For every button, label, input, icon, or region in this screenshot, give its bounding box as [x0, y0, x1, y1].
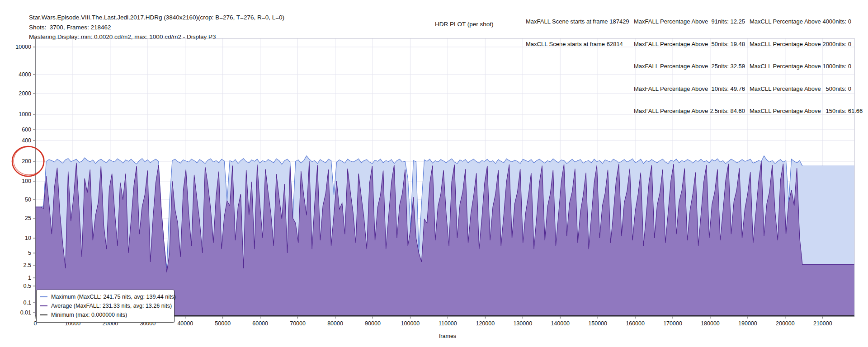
y-tick-label: 0.1 — [24, 300, 31, 306]
x-tick-label: 60000 — [252, 320, 268, 327]
y-tick-label: 10 — [25, 235, 31, 241]
y-tick-label: 50 — [25, 197, 31, 203]
legend-label: Average (MaxFALL: 231.33 nits, avg: 13.2… — [51, 303, 172, 309]
legend-row: Maximum (MaxCLL: 241.75 nits, avg: 139.4… — [40, 292, 170, 301]
x-tick-label: 130000 — [513, 320, 532, 327]
legend-color-dash — [40, 296, 47, 297]
x-tick-label: 70000 — [290, 320, 306, 327]
x-tick-label: 120000 — [476, 320, 495, 327]
legend: Maximum (MaxCLL: 241.75 nits, avg: 139.4… — [36, 290, 175, 323]
x-tick-label: 90000 — [365, 320, 381, 327]
legend-color-dash — [40, 314, 47, 315]
legend-color-dash — [40, 305, 47, 306]
x-tick-label: 210000 — [813, 320, 832, 327]
x-tick-label: 200000 — [776, 320, 795, 327]
y-tick-label: 0.01 — [20, 309, 31, 316]
x-tick-label: 150000 — [588, 320, 607, 327]
legend-label: Minimum (max: 0.000000 nits) — [51, 312, 127, 318]
x-tick-label: 40000 — [177, 320, 193, 327]
y-tick-label: 2.5 — [24, 262, 31, 268]
legend-label: Maximum (MaxCLL: 241.75 nits, avg: 139.4… — [51, 294, 176, 300]
x-tick-label: 180000 — [701, 320, 720, 327]
legend-row: Minimum (max: 0.000000 nits) — [40, 310, 170, 319]
y-axis-label: nits (cd/m²) — [0, 177, 39, 185]
x-tick-label: 190000 — [738, 320, 757, 327]
x-tick-label: 80000 — [327, 320, 343, 327]
y-tick-label: 1000 — [19, 111, 31, 117]
x-tick-label: 160000 — [626, 320, 645, 327]
x-tick-label: 50000 — [215, 320, 231, 327]
x-tick-label: 140000 — [551, 320, 570, 327]
x-axis-label: frames — [420, 333, 475, 339]
x-tick-label: 110000 — [439, 320, 457, 327]
y-tick-label: 200 — [22, 158, 31, 164]
x-tick-label: 100000 — [401, 320, 420, 327]
y-tick-label: 2000 — [19, 90, 31, 97]
y-tick-label: 1 — [28, 275, 31, 281]
y-tick-label: 400 — [22, 137, 31, 144]
y-tick-label: 0.5 — [24, 283, 31, 289]
y-tick-label: 4000 — [19, 71, 31, 78]
y-tick-label: 5 — [28, 250, 31, 256]
y-tick-label: 600 — [22, 127, 31, 133]
x-tick-label: 170000 — [663, 320, 682, 327]
y-tick-label: 10000 — [15, 44, 31, 50]
y-tick-label: 25 — [25, 215, 31, 221]
legend-row: Average (MaxFALL: 231.33 nits, avg: 13.2… — [40, 301, 170, 310]
